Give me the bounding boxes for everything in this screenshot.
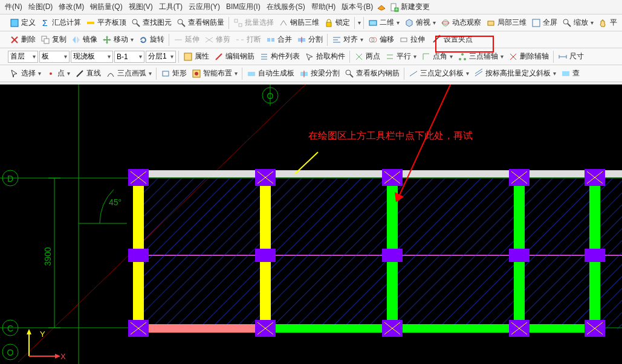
toolbar-3: 首层▾ 板▾ 现浇板▾ B-1▾ 分层1▾ 属性 编辑钢筋 构件列表 拾取构件 …	[0, 48, 622, 65]
b1-combo[interactable]: B-1▾	[114, 51, 144, 63]
dyn-button[interactable]: 动态观察	[439, 16, 483, 29]
toolbar-4: 选择▾ 点▾ 直线 三点画弧▾ 矩形 智能布置▾ 自动生成板 按梁分割 查看板内…	[0, 65, 622, 82]
floor-combo[interactable]: 首层▾	[8, 51, 38, 63]
pan-button[interactable]: 平	[597, 16, 619, 29]
two-button[interactable]: 两点	[352, 50, 382, 63]
prop-button[interactable]: 属性	[181, 50, 211, 63]
svg-text:D: D	[7, 174, 13, 184]
menu-tools[interactable]: 工具(T)	[157, 1, 185, 13]
menu-help[interactable]: 帮助(H)	[309, 1, 339, 13]
dims-button[interactable]: 尺寸	[556, 50, 586, 63]
steel3d-icon	[279, 18, 288, 28]
svg-line-59	[77, 71, 83, 77]
rect-icon	[161, 69, 170, 78]
stretch-button[interactable]: 拉伸	[397, 33, 427, 46]
select-button[interactable]: 选择▾	[8, 67, 43, 80]
fullscreen-icon	[531, 18, 541, 28]
delete-button[interactable]: 删除	[8, 33, 37, 46]
threeaux-button[interactable]: 三点辅轴▾	[456, 50, 505, 63]
menu-view[interactable]: 视图(V)	[126, 1, 155, 13]
svg-line-67	[350, 74, 353, 77]
svg-rect-60	[163, 71, 169, 76]
topview-button[interactable]: 俯视▾	[403, 16, 438, 29]
drawing-canvas[interactable]: O D C O	[0, 85, 622, 364]
tilt3-button[interactable]: 三点定义斜板▾	[407, 67, 471, 80]
extend-button[interactable]: 延伸	[172, 33, 201, 46]
flat-button[interactable]: 平齐板顶	[84, 16, 128, 29]
inslab-icon	[345, 69, 354, 78]
rotate-button[interactable]: 旋转	[137, 33, 166, 46]
layer-combo[interactable]: 分层1▾	[146, 51, 176, 63]
menu-cloud[interactable]: 云应用(Y)	[186, 1, 222, 13]
cast-combo[interactable]: 现浇板▾	[71, 51, 113, 63]
editsteel-button[interactable]: 编辑钢筋	[212, 50, 256, 63]
beam-icon	[299, 69, 309, 78]
point-button[interactable]: 点▾	[44, 67, 72, 80]
steel-icon	[177, 18, 186, 28]
steel-button[interactable]: 查看钢筋量	[175, 16, 226, 29]
rect-button[interactable]: 矩形	[159, 67, 189, 80]
beam-button[interactable]: 按梁分割	[297, 67, 342, 80]
local3d-button[interactable]: 局部三维	[484, 16, 528, 29]
mirror-button[interactable]: 镜像	[70, 33, 99, 46]
pick-button[interactable]: 拾取构件	[303, 50, 347, 63]
tilt-button[interactable]: 按标高批量定义斜板▾	[472, 67, 558, 80]
menu-modify[interactable]: 修改(M)	[56, 1, 86, 13]
smart-button[interactable]: 智能布置▾	[190, 67, 239, 80]
sum-button[interactable]: Σ汇总计算	[39, 16, 83, 29]
hat-icon[interactable]	[377, 2, 386, 12]
line-button[interactable]: 直线	[73, 67, 103, 80]
trim-button[interactable]: 修剪	[202, 33, 232, 46]
steel3d-button[interactable]: 钢筋三维	[277, 16, 321, 29]
svg-rect-83	[130, 170, 622, 177]
align-button[interactable]: 对齐▾	[330, 33, 365, 46]
offset-button[interactable]: 偏移	[366, 33, 396, 46]
merge-button[interactable]: 合并	[264, 33, 294, 46]
svg-rect-10	[235, 19, 238, 22]
corner-button[interactable]: 点角▾	[420, 50, 455, 63]
grip-icon	[432, 35, 442, 45]
inslab-button[interactable]: 查看板内钢筋	[343, 67, 401, 80]
pick-icon	[305, 52, 314, 62]
line-icon	[75, 69, 85, 78]
chevron-down-icon[interactable]: ▾	[357, 19, 361, 26]
zoom-button[interactable]: 缩放▾	[560, 16, 595, 29]
menu-online[interactable]: 在线服务(S)	[264, 1, 308, 13]
split-icon	[297, 35, 306, 45]
lock-button[interactable]: 锁定	[322, 16, 352, 29]
copy-button[interactable]: 复制	[39, 33, 68, 46]
svg-line-42	[216, 54, 222, 60]
svg-point-51	[461, 53, 464, 56]
svg-point-6	[132, 19, 137, 24]
fullscreen-button[interactable]: 全屏	[530, 16, 559, 29]
sigma-icon: Σ	[40, 18, 50, 28]
svg-text:+: +	[395, 7, 398, 11]
find-button[interactable]: 查找图元	[129, 16, 173, 29]
move-button[interactable]: 移动▾	[100, 33, 135, 46]
autogen-button[interactable]: 自动生成板	[245, 67, 296, 80]
define-button[interactable]: 定义	[8, 16, 37, 29]
arc3-button[interactable]: 三点画弧▾	[104, 67, 154, 80]
menu-steel[interactable]: 钢筋量(Q)	[88, 1, 125, 13]
delaux-button[interactable]: 删除辅轴	[507, 50, 551, 63]
list-button[interactable]: 构件列表	[258, 50, 302, 63]
menu-version[interactable]: 版本号(B)	[339, 1, 375, 13]
svg-rect-16	[488, 21, 494, 25]
menu-file[interactable]: 件(N)	[2, 1, 25, 13]
svg-rect-98	[255, 249, 276, 262]
svg-point-15	[442, 22, 449, 24]
new-change-button[interactable]: + 新建变更	[387, 1, 432, 13]
batch-button[interactable]: 批量选择	[232, 16, 276, 29]
split-button[interactable]: 分割	[295, 33, 325, 46]
menu-bim[interactable]: BIM应用(I)	[224, 1, 263, 13]
view-button[interactable]: 查	[559, 67, 582, 80]
annotation-text: 在绘图区上方工具栏中点下此处，再试	[308, 130, 473, 142]
break-button[interactable]: 打断	[233, 33, 263, 46]
chevron-down-icon: ▾	[170, 53, 173, 60]
setgrip-button[interactable]: 设置夹点	[428, 33, 477, 46]
chevron-down-icon: ▾	[138, 53, 142, 60]
view2d-button[interactable]: 二维▾	[366, 16, 401, 29]
slab-combo[interactable]: 板▾	[39, 51, 70, 63]
para-button[interactable]: 平行▾	[383, 50, 418, 63]
menu-draw[interactable]: 绘图(D)	[26, 1, 56, 13]
